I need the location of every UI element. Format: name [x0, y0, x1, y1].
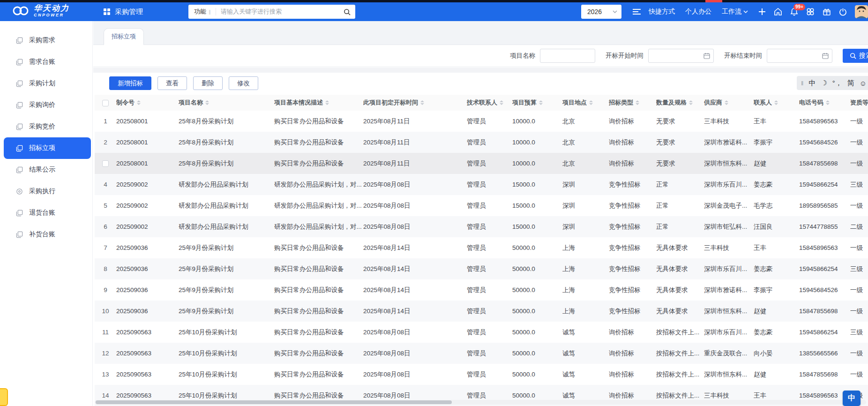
ime-item-2[interactable]: °， [832, 79, 842, 88]
tab-bidding-project[interactable]: 招标立项 [104, 28, 144, 45]
column-header-9[interactable]: 供应商 [704, 95, 754, 111]
sidebar-item-0[interactable]: 采购需求 [0, 30, 91, 51]
gift-icon[interactable] [823, 8, 831, 16]
brand-logo[interactable]: 华天动力 CNPOWER [11, 4, 69, 17]
calendar-icon[interactable] [703, 53, 710, 59]
table-row-10[interactable]: 1020250903625年9月份采购计划购买日常办公用品和设备2025年08月… [95, 301, 868, 322]
module-switcher[interactable]: 采购管理 [103, 2, 143, 21]
table-cell: 25年8月份采购计划 [179, 153, 274, 174]
table-row-5[interactable]: 5202509002研发部办公用品采购计划研发部办公用品采购计划，对...202… [95, 195, 868, 216]
ime-item-1[interactable]: ☽ [821, 79, 827, 87]
column-header-6[interactable]: 项目地点 [562, 95, 609, 111]
column-header-7[interactable]: 招标类型 [609, 95, 656, 111]
apps-clover-icon[interactable] [806, 8, 815, 16]
row-number: 5 [95, 195, 116, 216]
column-header-4[interactable]: 技术联系人 [467, 95, 512, 111]
sort-icon[interactable] [689, 100, 693, 105]
sort-icon[interactable] [725, 100, 728, 105]
ime-drag-handle-icon[interactable]: ‖ [801, 80, 803, 87]
bell-icon[interactable]: 99+ [790, 8, 798, 16]
table-cell: 一级 [850, 132, 868, 153]
sidebar-item-6[interactable]: 结果公示 [0, 159, 91, 180]
column-header-12[interactable]: 资质等级 [850, 95, 868, 111]
add-icon[interactable] [758, 8, 766, 15]
column-header-2[interactable]: 项目基本情况描述 [274, 95, 363, 111]
table-row-2[interactable]: 220250800125年8月份采购计划购买日常办公用品和设备2025年08月1… [95, 132, 868, 153]
sort-icon[interactable] [420, 100, 424, 105]
sidebar-item-7[interactable]: 采购执行 [0, 180, 91, 202]
column-header-3[interactable]: 此项目初定开标时间 [363, 95, 467, 111]
table-row-8[interactable]: 820250903625年9月份采购计划购买日常办公用品和设备2025年08月1… [95, 258, 868, 279]
select-all-checkbox[interactable] [95, 95, 116, 111]
divider [216, 8, 216, 15]
column-header-11[interactable]: 电话号码 [799, 95, 850, 111]
year-select[interactable]: 2026 [581, 5, 621, 19]
sidebar-item-5[interactable]: 招标立项 [4, 137, 91, 159]
nav-link-shortcuts[interactable]: 快捷方式 [649, 8, 675, 16]
table-row-1[interactable]: 120250800125年8月份采购计划购买日常办公用品和设备2025年08月1… [95, 111, 868, 132]
search-scope-label[interactable]: 功能 [194, 8, 206, 16]
ime-item-0[interactable]: 中 [808, 79, 816, 88]
nav-link-personal-office[interactable]: 个人办公 [685, 8, 711, 16]
column-header-8[interactable]: 数量及规格 [656, 95, 704, 111]
power-icon[interactable] [839, 8, 847, 16]
sidebar-item-2[interactable]: 采购计划 [0, 73, 91, 94]
table-cell: 询价招标 [609, 111, 656, 132]
user-avatar[interactable] [855, 5, 868, 18]
toolbar-button-3[interactable]: 修改 [229, 76, 258, 90]
table-cell: 2025年08月14日 [363, 237, 467, 258]
table-cell: 询价招标 [609, 343, 656, 364]
project-name-input[interactable] [540, 49, 595, 63]
sort-icon[interactable] [500, 100, 503, 105]
sidebar-item-1[interactable]: 需求台账 [0, 51, 91, 73]
search-button[interactable]: 搜索 [843, 49, 868, 63]
home-icon[interactable] [774, 8, 782, 16]
side-helper-widget[interactable] [0, 388, 8, 406]
column-header-5[interactable]: 项目预算 [512, 95, 562, 111]
toolbar-button-2[interactable]: 删除 [193, 76, 223, 90]
ime-float-icon[interactable]: 中 [843, 391, 861, 406]
sort-icon[interactable] [589, 100, 593, 105]
toolbar-button-1[interactable]: 查看 [157, 76, 187, 90]
horizontal-scrollbar[interactable] [95, 400, 866, 405]
section-gap [93, 68, 868, 73]
table-cell: 深圳市乐百川... [704, 322, 754, 343]
column-header-1[interactable]: 项目名称 [179, 95, 274, 111]
table-cell: 研发部办公用品采购计划 [179, 174, 274, 195]
sidebar-item-9[interactable]: 补货台账 [0, 224, 91, 245]
ime-item-3[interactable]: 简 [847, 79, 854, 88]
sort-icon[interactable] [774, 100, 778, 105]
sort-icon[interactable] [636, 100, 639, 105]
sort-icon[interactable] [826, 100, 830, 105]
toolbar-button-0[interactable]: 新增招标 [109, 76, 151, 90]
sort-icon[interactable] [137, 100, 141, 105]
table-row-11[interactable]: 11202509056325年10月份采购计划购买日常办公用品和设备2025年0… [95, 322, 868, 343]
calendar-icon[interactable] [822, 53, 829, 59]
row-checkbox[interactable] [95, 153, 116, 174]
table-row-12[interactable]: 12202509056325年10月份采购计划购买日常办公用品和设备2025年0… [95, 343, 868, 364]
table-row-4[interactable]: 4202509002研发部办公用品采购计划研发部办公用品采购计划，对...202… [95, 174, 868, 195]
bid-end-date-input[interactable] [767, 49, 832, 63]
sidebar-item-3[interactable]: 采购询价 [0, 94, 91, 116]
column-header-10[interactable]: 联系人 [754, 95, 799, 111]
table-row-6[interactable]: 6202509002研发部办公用品采购计划研发部办公用品采购计划，对...202… [95, 216, 868, 237]
nav-link-workflow[interactable]: 工作流 [722, 8, 748, 16]
column-header-0[interactable]: 制令号 [116, 95, 179, 111]
table-row-3[interactable]: 20250800125年8月份采购计划购买日常办公用品和设备2025年08月11… [95, 153, 868, 174]
sidebar-item-8[interactable]: 退货台账 [0, 202, 91, 224]
global-search-input[interactable]: 功能 ∥ 请输入关键字进行搜索 [188, 5, 355, 19]
sidebar-item-4[interactable]: 采购竞价 [0, 116, 91, 137]
table-row-13[interactable]: 13202509056325年10月份采购计划购买日常办公用品和设备2025年0… [95, 364, 868, 385]
sort-icon[interactable] [325, 100, 329, 105]
column-label: 技术联系人 [467, 98, 497, 107]
table-row-7[interactable]: 720250903625年9月份采购计划购买日常办公用品和设备2025年08月1… [95, 237, 868, 258]
table-row-9[interactable]: 920250903625年9月份采购计划购买日常办公用品和设备2025年08月1… [95, 279, 868, 301]
sort-icon[interactable] [539, 100, 543, 105]
scrollbar-thumb[interactable] [96, 400, 452, 404]
table-wrap: 制令号项目名称项目基本情况描述此项目初定开标时间技术联系人项目预算项目地点招标类… [95, 95, 868, 406]
bid-start-date-input[interactable] [648, 49, 714, 63]
ime-item-4[interactable]: ☺ [860, 79, 867, 87]
list-icon[interactable] [633, 8, 641, 15]
search-icon[interactable] [344, 8, 351, 15]
sort-icon[interactable] [205, 100, 209, 105]
